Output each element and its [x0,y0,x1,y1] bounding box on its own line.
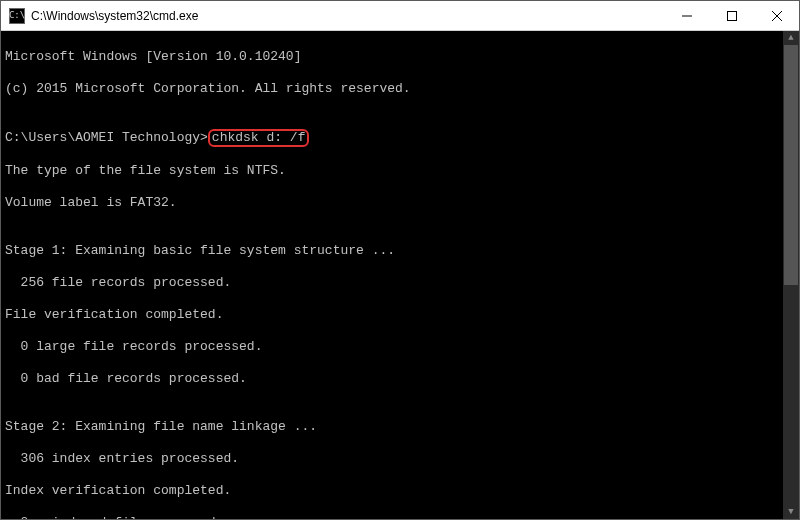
output-line: File verification completed. [5,307,795,323]
scroll-down-icon[interactable]: ▼ [783,505,799,519]
output-line: Volume label is FAT32. [5,195,795,211]
titlebar[interactable]: C:\ C:\Windows\system32\cmd.exe [1,1,799,31]
output-line: Stage 1: Examining basic file system str… [5,243,795,259]
scroll-thumb[interactable] [784,45,798,285]
minimize-button[interactable] [664,1,709,30]
svg-rect-1 [727,11,736,20]
prompt-prefix: C:\Users\AOMEI Technology> [5,130,208,145]
output-line: 256 file records processed. [5,275,795,291]
maximize-button[interactable] [709,1,754,30]
window-controls [664,1,799,30]
output-line: The type of the file system is NTFS. [5,163,795,179]
command-highlight: chkdsk d: /f [208,129,310,147]
app-icon: C:\ [9,8,25,24]
close-button[interactable] [754,1,799,30]
scroll-up-icon[interactable]: ▲ [783,31,799,45]
output-line: 0 unindexed files scanned. [5,515,795,519]
cmd-window: C:\ C:\Windows\system32\cmd.exe Microsof… [0,0,800,520]
prompt-line: C:\Users\AOMEI Technology>chkdsk d: /f [5,129,795,147]
output-line: Index verification completed. [5,483,795,499]
output-line: (c) 2015 Microsoft Corporation. All righ… [5,81,795,97]
terminal-output[interactable]: Microsoft Windows [Version 10.0.10240] (… [1,31,799,519]
output-line: 0 bad file records processed. [5,371,795,387]
scrollbar[interactable]: ▲ ▼ [783,31,799,519]
output-line: 306 index entries processed. [5,451,795,467]
output-line: Microsoft Windows [Version 10.0.10240] [5,49,795,65]
window-title: C:\Windows\system32\cmd.exe [31,9,664,23]
output-line: Stage 2: Examining file name linkage ... [5,419,795,435]
output-line: 0 large file records processed. [5,339,795,355]
